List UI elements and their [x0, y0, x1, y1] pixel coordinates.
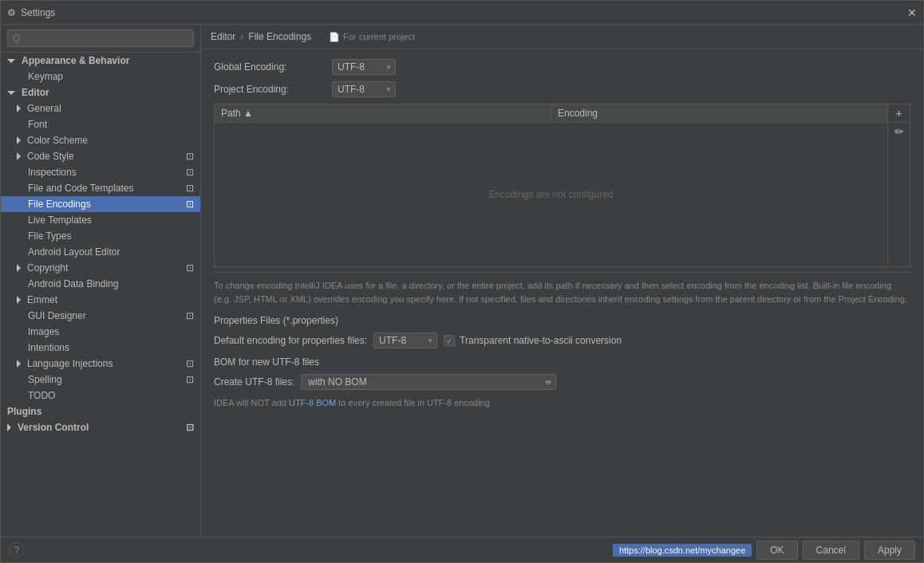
sidebar-item-file-types[interactable]: File Types	[1, 228, 200, 244]
sidebar-item-emmet[interactable]: Emmet	[1, 292, 200, 308]
triangle-right-icon-lang	[17, 360, 21, 368]
add-row-button[interactable]: +	[895, 108, 902, 119]
sidebar-item-color-scheme[interactable]: Color Scheme	[1, 132, 200, 148]
breadcrumb: Editor › File Encodings 📄 For current pr…	[201, 25, 923, 49]
inspections-icon: ⊡	[186, 167, 194, 178]
sidebar-item-appearance[interactable]: Appearance & Behavior	[1, 53, 200, 69]
sidebar-item-android-layout[interactable]: Android Layout Editor	[1, 244, 200, 260]
sidebar-item-code-style[interactable]: Code Style ⊡	[1, 148, 200, 164]
bom-section-title: BOM for new UTF-8 files	[214, 356, 910, 368]
sidebar-item-copyright[interactable]: Copyright ⊡	[1, 260, 200, 276]
sidebar-item-editor[interactable]: Editor	[1, 85, 200, 100]
gui-icon: ⊡	[186, 310, 194, 321]
sidebar-item-images[interactable]: Images	[1, 324, 200, 340]
content-area: Appearance & Behavior Keymap Editor Gene…	[1, 25, 923, 537]
search-box	[1, 25, 200, 53]
triangle-right-icon-code	[17, 152, 21, 160]
bom-note-link[interactable]: UTF-8 BOM	[289, 398, 336, 407]
sidebar-item-general[interactable]: General	[1, 100, 200, 116]
sidebar-label-color-scheme: Color Scheme	[27, 135, 88, 146]
edit-row-button[interactable]: ✏	[894, 126, 904, 137]
url-hint: https://blog.csdn.net/mychangee	[613, 544, 752, 557]
sidebar-item-file-encodings[interactable]: File Encodings ⊡	[1, 196, 200, 212]
create-utf8-row: Create UTF-8 files: with NO BOM ▼	[214, 374, 910, 390]
sidebar-item-file-code-templates[interactable]: File and Code Templates ⊡	[1, 180, 200, 196]
search-input[interactable]	[7, 30, 194, 47]
sidebar-item-todo[interactable]: TODO	[1, 388, 200, 404]
sidebar-label-android-layout: Android Layout Editor	[28, 246, 120, 258]
transparent-checkbox[interactable]	[444, 335, 455, 346]
code-style-icon: ⊡	[186, 151, 194, 162]
ok-button[interactable]: OK	[756, 541, 797, 560]
sidebar-label-emmet: Emmet	[27, 294, 57, 305]
sidebar-item-inspections[interactable]: Inspections ⊡	[1, 164, 200, 180]
project-encoding-row: Project Encoding: UTF-8	[214, 81, 910, 97]
breadcrumb-editor[interactable]: Editor	[211, 31, 235, 42]
global-encoding-select[interactable]: UTF-8	[332, 59, 396, 75]
settings-icon: ⚙	[7, 7, 16, 18]
global-encoding-select-wrapper: UTF-8	[332, 59, 396, 75]
bottom-buttons: https://blog.csdn.net/mychangee OK Cance…	[613, 541, 915, 560]
sidebar-label-gui-designer: GUI Designer	[28, 310, 86, 321]
triangle-right-icon-vc	[7, 423, 11, 431]
sidebar-label-spelling: Spelling	[28, 374, 62, 385]
sidebar-item-gui-designer[interactable]: GUI Designer ⊡	[1, 308, 200, 324]
sidebar-label-font: Font	[28, 119, 47, 130]
path-encoding-table: Path ▲ Encoding Encodings are not config…	[214, 104, 910, 267]
sidebar-label-editor: Editor	[22, 87, 49, 98]
bom-note-suffix: to every created file in UTF-8 encoding	[336, 398, 490, 407]
sidebar-label-images: Images	[28, 326, 59, 337]
sidebar-item-live-templates[interactable]: Live Templates	[1, 212, 200, 228]
transparent-label: Transparent native-to-ascii conversion	[460, 335, 622, 346]
sidebar-label-file-types: File Types	[28, 230, 71, 242]
titlebar-title: Settings	[21, 7, 55, 18]
table-body: Encodings are not configured	[215, 123, 887, 266]
sidebar-item-spelling[interactable]: Spelling ⊡	[1, 372, 200, 388]
triangle-right-icon-emmet	[17, 296, 21, 304]
cancel-button[interactable]: Cancel	[803, 541, 859, 560]
sidebar: Appearance & Behavior Keymap Editor Gene…	[1, 25, 201, 537]
help-button[interactable]: ?	[9, 542, 25, 558]
sidebar-label-lang-injections: Language Injections	[27, 358, 113, 369]
file-code-icon: ⊡	[186, 183, 194, 194]
properties-section-title: Properties Files (*.properties)	[214, 315, 910, 326]
bom-note: IDEA will NOT add UTF-8 BOM to every cre…	[214, 398, 910, 407]
close-button[interactable]: ✕	[907, 6, 917, 19]
sidebar-item-version-control[interactable]: Version Control ⊡	[1, 419, 200, 435]
main-panel: Editor › File Encodings 📄 For current pr…	[201, 25, 923, 537]
sidebar-item-font[interactable]: Font	[1, 116, 200, 132]
sidebar-label-keymap: Keymap	[28, 71, 63, 82]
sidebar-item-intentions[interactable]: Intentions	[1, 340, 200, 356]
sidebar-item-android-data[interactable]: Android Data Binding	[1, 276, 200, 292]
bottom-bar: ? https://blog.csdn.net/mychangee OK Can…	[1, 537, 923, 562]
transparent-checkbox-wrapper: Transparent native-to-ascii conversion	[444, 335, 622, 346]
bom-section: BOM for new UTF-8 files Create UTF-8 fil…	[214, 356, 910, 407]
default-encoding-label: Default encoding for properties files:	[214, 335, 367, 346]
sidebar-item-keymap[interactable]: Keymap	[1, 69, 200, 85]
apply-button[interactable]: Apply	[864, 541, 915, 560]
bom-note-prefix: IDEA will NOT add	[214, 398, 289, 407]
create-utf8-label: Create UTF-8 files:	[214, 376, 294, 388]
path-header-label: Path	[221, 108, 241, 119]
bom-select[interactable]: with NO BOM	[301, 374, 556, 390]
titlebar-left: ⚙ Settings	[7, 7, 55, 18]
sidebar-label-file-encodings: File Encodings	[28, 199, 91, 210]
path-header[interactable]: Path ▲	[215, 104, 551, 122]
sidebar-label-general: General	[27, 103, 61, 114]
props-encoding-select[interactable]: UTF-8	[373, 333, 437, 348]
sidebar-item-plugins[interactable]: Plugins	[1, 404, 200, 419]
sidebar-label-copyright: Copyright	[27, 262, 68, 274]
project-encoding-select-wrapper: UTF-8	[332, 81, 396, 97]
copyright-icon: ⊡	[186, 262, 194, 274]
sidebar-item-lang-injections[interactable]: Language Injections ⊡	[1, 356, 200, 372]
props-encoding-select-wrapper: UTF-8	[373, 333, 437, 348]
breadcrumb-current: File Encodings	[248, 31, 311, 42]
encoding-header[interactable]: Encoding	[551, 104, 887, 122]
table-main: Path ▲ Encoding Encodings are not config…	[215, 104, 887, 266]
default-encoding-row: Default encoding for properties files: U…	[214, 333, 910, 348]
vc-icon: ⊡	[186, 422, 194, 433]
sort-asc-icon: ▲	[243, 108, 253, 119]
project-encoding-select[interactable]: UTF-8	[332, 81, 396, 97]
triangle-right-icon-copy	[17, 264, 21, 272]
global-encoding-row: Global Encoding: UTF-8	[214, 59, 910, 75]
